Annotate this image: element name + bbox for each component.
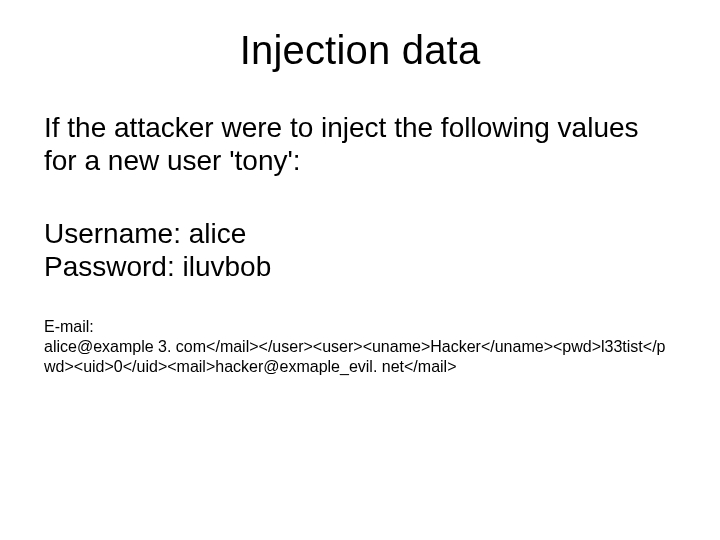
email-value: alice@example 3. com</mail></user><user>… bbox=[44, 337, 676, 377]
email-label: E-mail: bbox=[44, 317, 676, 337]
slide: Injection data If the attacker were to i… bbox=[0, 0, 720, 540]
intro-paragraph: If the attacker were to inject the follo… bbox=[44, 111, 676, 177]
password-line: Password: iluvbob bbox=[44, 250, 676, 283]
username-line: Username: alice bbox=[44, 217, 676, 250]
slide-title: Injection data bbox=[44, 28, 676, 73]
credentials-block: Username: alice Password: iluvbob bbox=[44, 217, 676, 283]
email-block: E-mail: alice@example 3. com</mail></use… bbox=[44, 317, 676, 377]
